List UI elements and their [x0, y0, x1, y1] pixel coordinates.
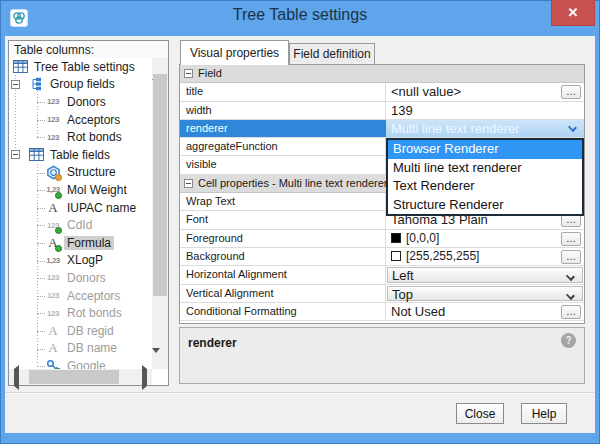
tree-vertical-scrollbar[interactable]: [152, 58, 168, 369]
tree-item-label: Donors: [64, 95, 109, 109]
tab-visual-properties[interactable]: Visual properties: [180, 40, 289, 65]
key-icon: [45, 358, 61, 369]
integer-icon: 123: [45, 112, 61, 128]
collapse-minus-icon[interactable]: [184, 69, 193, 78]
tree-horizontal-scrollbar[interactable]: [9, 369, 152, 385]
integer-icon: 123: [45, 288, 61, 304]
renderer-dropdown-list: Browser Renderer Multi line text rendere…: [386, 138, 584, 216]
title-bar: Tree Table settings ✕: [0, 0, 600, 36]
tree-item-label: Acceptors: [64, 289, 123, 303]
tree-item-label: Rot bonds: [64, 130, 125, 144]
decimal-icon: 1,23: [45, 182, 61, 198]
row-horizontal-alignment[interactable]: Horizontal Alignment Left: [180, 266, 584, 284]
background-value: [255,255,255]: [406, 249, 479, 263]
scrollbar-thumb[interactable]: [153, 74, 167, 296]
tree-item-rot-bonds-2[interactable]: 123 Rot bonds: [9, 304, 152, 322]
tree-item-root[interactable]: Tree Table settings: [9, 58, 152, 76]
dropdown-item-browser-renderer[interactable]: Browser Renderer: [388, 140, 582, 159]
tree-item-donors[interactable]: 123 Donors: [9, 93, 152, 111]
row-vertical-alignment[interactable]: Vertical Alignment Top: [180, 285, 584, 303]
ellipsis-button[interactable]: …: [561, 305, 581, 319]
row-renderer[interactable]: renderer Multi line text renderer: [180, 120, 584, 138]
row-foreground[interactable]: Foreground [0,0,0] …: [180, 230, 584, 248]
scroll-right-icon[interactable]: [136, 369, 152, 385]
columns-tree: Tree Table settings Group fields 123 Don…: [9, 58, 152, 369]
tree-item-iupac-name[interactable]: A IUPAC name: [9, 199, 152, 217]
integer-icon: 123: [45, 217, 61, 233]
row-title[interactable]: title <null value> …: [180, 83, 584, 101]
tree-item-group-fields[interactable]: Group fields: [9, 76, 152, 94]
help-icon[interactable]: ?: [561, 333, 576, 348]
description-panel: renderer ?: [179, 327, 585, 384]
chevron-down-icon: [568, 123, 577, 132]
close-dialog-button[interactable]: Close: [456, 403, 504, 424]
tree-item-label: Formula: [64, 236, 114, 250]
letter-icon: A: [45, 323, 61, 339]
tree-item-cdid[interactable]: 123 CdId: [9, 216, 152, 234]
scrollbar-thumb[interactable]: [29, 370, 119, 384]
foreground-value: [0,0,0]: [406, 231, 439, 245]
tree-item-label: Tree Table settings: [31, 60, 138, 74]
window-title: Tree Table settings: [0, 6, 600, 24]
horizontal-alignment-combobox[interactable]: Left: [387, 267, 583, 282]
tree-item-formula[interactable]: A Formula: [9, 234, 152, 252]
integer-icon: 123: [45, 270, 61, 286]
renderer-combobox[interactable]: Multi line text renderer: [386, 120, 584, 137]
table-columns-label: Table columns:: [9, 41, 168, 58]
tree-item-label: Mol Weight: [64, 183, 130, 197]
close-button[interactable]: ✕: [551, 0, 595, 26]
tree-item-label: Structure: [64, 165, 119, 179]
tree-item-xlogp[interactable]: 1,23 XLogP: [9, 252, 152, 270]
dropdown-item-structure-renderer[interactable]: Structure Renderer: [388, 196, 582, 215]
tree-item-acceptors-2[interactable]: 123 Acceptors: [9, 287, 152, 305]
table-icon: [12, 59, 28, 75]
tree-item-rot-bonds[interactable]: 123 Rot bonds: [9, 128, 152, 146]
ellipsis-button[interactable]: …: [561, 250, 581, 264]
group-fields-icon: [28, 76, 44, 92]
row-background[interactable]: Background [255,255,255] …: [180, 248, 584, 266]
group-row-field[interactable]: Field: [180, 65, 584, 83]
tree-item-table-fields[interactable]: Table fields: [9, 146, 152, 164]
tree-item-db-name[interactable]: A DB name: [9, 340, 152, 358]
collapse-minus-icon[interactable]: [11, 150, 20, 159]
renderer-value: Multi line text renderer: [391, 121, 520, 136]
tree-item-label: Group fields: [47, 77, 118, 91]
row-width[interactable]: width 139: [180, 102, 584, 120]
collapse-minus-icon[interactable]: [184, 179, 193, 188]
tree-item-label: Table fields: [47, 148, 113, 162]
description-title: renderer: [188, 336, 237, 350]
integer-icon: 123: [45, 305, 61, 321]
width-value: 139: [391, 103, 413, 118]
conditional-formatting-value: Not Used: [391, 304, 445, 319]
tree-item-label: Google: [64, 359, 109, 369]
vertical-alignment-combobox[interactable]: Top: [387, 286, 583, 301]
tree-item-google[interactable]: Google: [9, 357, 152, 369]
tree-item-label: DB name: [64, 341, 120, 355]
tree-item-label: Acceptors: [64, 113, 123, 127]
tree-item-label: Rot bonds: [64, 306, 125, 320]
tree-item-donors-2[interactable]: 123 Donors: [9, 269, 152, 287]
tab-field-definition[interactable]: Field definition: [289, 43, 375, 64]
tree-item-mol-weight[interactable]: 1,23 Mol Weight: [9, 181, 152, 199]
help-button[interactable]: Help: [521, 403, 567, 424]
tree-item-acceptors[interactable]: 123 Acceptors: [9, 111, 152, 129]
footer-separator: [6, 392, 594, 394]
title-value: <null value>: [391, 84, 461, 99]
scroll-up-icon[interactable]: [152, 58, 168, 74]
collapse-minus-icon[interactable]: [11, 80, 20, 89]
color-swatch: [391, 251, 401, 261]
dialog-window: Tree Table settings ✕ Table columns: Tre…: [0, 0, 600, 444]
tree-item-structure[interactable]: Structure: [9, 164, 152, 182]
horizontal-alignment-value: Left: [392, 268, 414, 283]
row-conditional-formatting[interactable]: Conditional Formatting Not Used …: [180, 303, 584, 321]
chevron-down-icon: [566, 272, 575, 281]
tree-item-db-regid[interactable]: A DB regid: [9, 322, 152, 340]
scroll-left-icon[interactable]: [9, 369, 25, 385]
scroll-down-icon[interactable]: [152, 353, 168, 369]
dropdown-item-text-renderer[interactable]: Text Renderer: [388, 177, 582, 196]
ellipsis-button[interactable]: …: [561, 232, 581, 246]
dropdown-item-multi-line-text-renderer[interactable]: Multi line text renderer: [388, 159, 582, 178]
chevron-down-icon: [566, 291, 575, 300]
tree-item-label: CdId: [64, 218, 95, 232]
ellipsis-button[interactable]: …: [561, 85, 581, 99]
